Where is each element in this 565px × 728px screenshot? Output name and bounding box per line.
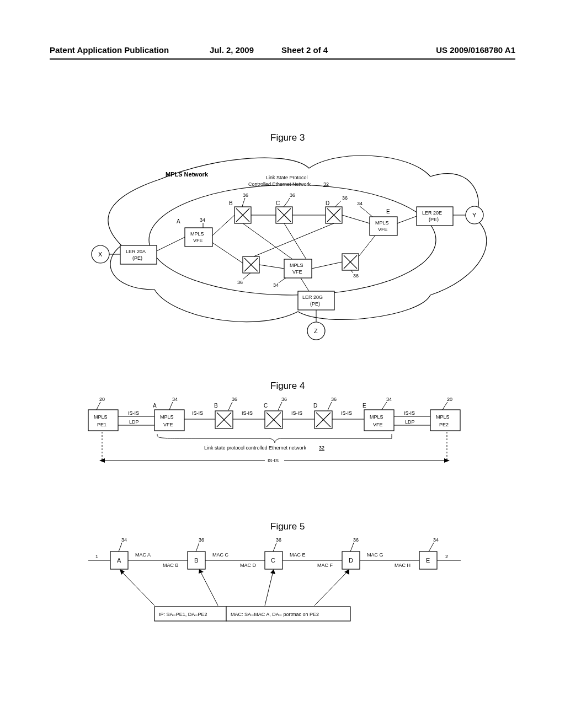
figure4-svg: MPLS PE1 20 IS-IS LDP MPLS VFE A 34 IS-I… <box>83 394 486 496</box>
page-header: Patent Application Publication Jul. 2, 2… <box>50 45 515 60</box>
svg-text:IS-IS: IS-IS <box>242 410 253 416</box>
svg-text:MAC B: MAC B <box>163 563 179 568</box>
node-bottom-left <box>243 256 259 273</box>
svg-text:MAC H: MAC H <box>395 563 411 568</box>
svg-text:MAC G: MAC G <box>367 552 383 558</box>
svg-text:Z: Z <box>314 328 318 334</box>
link-bl-vfc <box>259 265 284 269</box>
svg-text:36: 36 <box>237 280 243 285</box>
fig4-caption-ref: 32 <box>319 445 324 451</box>
ler-20a: LER 20A (PE) <box>120 245 157 264</box>
svg-text:VFE: VFE <box>373 422 383 427</box>
svg-text:E: E <box>426 557 430 564</box>
svg-text:36: 36 <box>281 397 287 402</box>
figure4-title: Figure 4 <box>270 381 305 392</box>
svg-text:MAC: SA=MAC A, DA= portmac on : MAC: SA=MAC A, DA= portmac on PE2 <box>231 612 319 617</box>
svg-text:C: C <box>264 403 268 409</box>
svg-text:(PE): (PE) <box>429 217 439 222</box>
svg-line-38 <box>301 278 309 291</box>
vfe-a: MPLS VFE A <box>177 218 212 247</box>
svg-text:(PE): (PE) <box>310 301 320 307</box>
isis-span-label: IS-IS <box>268 458 279 463</box>
svg-text:34: 34 <box>433 537 439 543</box>
svg-text:MAC A: MAC A <box>135 552 151 558</box>
svg-text:LER 20E: LER 20E <box>422 210 442 216</box>
lspce-line1: Link State Protocol <box>266 175 308 180</box>
svg-line-113 <box>121 571 154 606</box>
svg-text:MAC C: MAC C <box>212 552 229 558</box>
svg-text:B: B <box>229 200 233 206</box>
svg-text:LER 20G: LER 20G <box>302 295 323 300</box>
pe1-box <box>88 410 118 431</box>
svg-text:MAC D: MAC D <box>240 563 257 568</box>
node-c: C <box>276 200 292 223</box>
fig4-caption: Link state protocol controlled Ethernet … <box>204 445 307 451</box>
svg-text:34: 34 <box>357 201 363 206</box>
svg-text:34: 34 <box>172 397 178 402</box>
svg-text:PE1: PE1 <box>97 422 106 427</box>
svg-text:IS-IS: IS-IS <box>341 410 352 416</box>
svg-text:C: C <box>276 200 280 206</box>
svg-text:D: D <box>326 200 329 206</box>
svg-text:MPLS: MPLS <box>160 414 174 420</box>
header-pubno: US 2009/0168780 A1 <box>436 45 515 55</box>
svg-text:A: A <box>177 218 180 224</box>
svg-text:20: 20 <box>99 397 105 402</box>
figure3-svg: MPLS Network Link State Protocol Control… <box>77 146 497 339</box>
svg-text:MPLS: MPLS <box>190 231 204 237</box>
svg-text:MPLS: MPLS <box>375 220 389 226</box>
svg-text:VFE: VFE <box>378 227 388 232</box>
link-vfc-br <box>312 262 342 269</box>
svg-text:VFE: VFE <box>193 238 203 243</box>
svg-text:36: 36 <box>243 192 248 198</box>
svg-text:D: D <box>349 557 353 564</box>
vfe-center: MPLS VFE <box>284 259 312 278</box>
header-date: Jul. 2, 2009 <box>210 45 254 55</box>
svg-text:2: 2 <box>445 554 448 559</box>
svg-text:1: 1 <box>95 554 98 559</box>
svg-text:IS-IS: IS-IS <box>128 410 139 416</box>
ler-20e: LER 20E (PE) <box>417 207 453 226</box>
link-c-vfc <box>284 223 306 259</box>
link-b-vfc <box>243 223 292 259</box>
svg-text:(PE): (PE) <box>132 255 142 261</box>
svg-text:36: 36 <box>353 273 359 279</box>
link-br-e <box>359 235 375 256</box>
vfe-e: MPLS VFE E <box>370 208 397 235</box>
svg-text:IS-IS: IS-IS <box>192 410 203 416</box>
figure5-title: Figure 5 <box>270 521 305 532</box>
svg-text:D: D <box>313 403 317 409</box>
svg-text:MPLS: MPLS <box>436 414 450 420</box>
svg-text:36: 36 <box>199 537 204 543</box>
svg-text:MPLS: MPLS <box>290 263 303 268</box>
pe2-box <box>430 410 460 431</box>
figure3-title: Figure 3 <box>270 132 305 143</box>
svg-text:IP: SA=PE1, DA=PE2: IP: SA=PE1, DA=PE2 <box>159 612 207 617</box>
svg-text:IS-IS: IS-IS <box>291 410 302 416</box>
svg-text:C: C <box>271 557 275 564</box>
svg-line-119 <box>315 571 348 606</box>
svg-text:Y: Y <box>472 212 477 218</box>
svg-line-30 <box>157 237 185 251</box>
vfe-a-box <box>154 410 184 431</box>
svg-text:X: X <box>98 251 103 258</box>
header-sheet: Sheet 2 of 4 <box>281 45 328 55</box>
svg-text:36: 36 <box>342 195 348 201</box>
svg-text:MPLS: MPLS <box>94 414 108 420</box>
svg-line-34 <box>397 216 417 223</box>
page: Patent Application Publication Jul. 2, 2… <box>0 0 565 728</box>
lspce-ref: 32 <box>323 181 329 187</box>
svg-text:34: 34 <box>273 282 279 288</box>
svg-text:E: E <box>363 403 366 409</box>
header-publication: Patent Application Publication <box>50 45 169 55</box>
svg-text:MAC E: MAC E <box>290 552 306 558</box>
svg-text:34: 34 <box>121 537 127 543</box>
svg-text:IS-IS: IS-IS <box>404 410 415 416</box>
svg-text:34: 34 <box>200 217 205 223</box>
svg-text:36: 36 <box>232 397 237 402</box>
svg-text:36: 36 <box>331 397 337 402</box>
svg-text:A: A <box>117 557 121 564</box>
svg-text:E: E <box>386 208 390 215</box>
ler-20g: LER 20G (PE) <box>298 291 334 310</box>
svg-text:34: 34 <box>386 397 392 402</box>
